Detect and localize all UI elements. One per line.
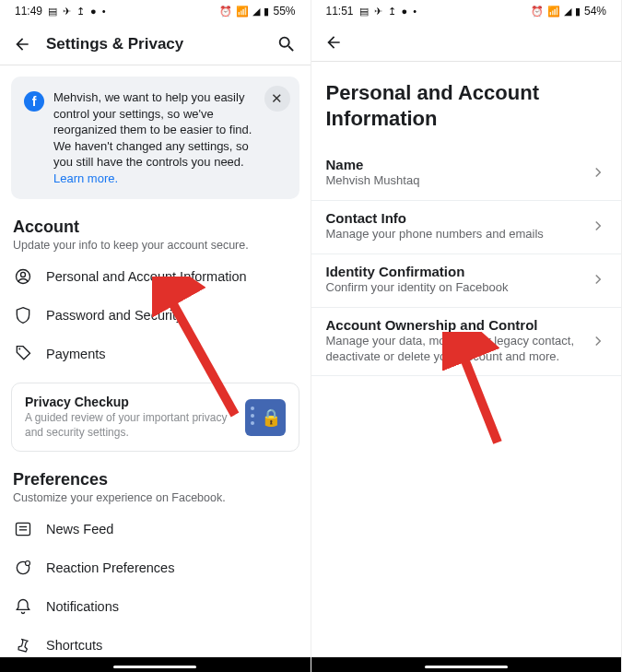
card-title: Privacy Checkup [25, 395, 234, 409]
list-item-contact-info[interactable]: Contact Info Manage your phone numbers a… [311, 201, 622, 254]
list-title: Contact Info [326, 210, 591, 226]
chevron-right-icon [590, 218, 606, 234]
learn-more-link[interactable]: Learn more. [53, 171, 118, 185]
back-arrow-icon [13, 35, 31, 53]
phone-left: 11:49 ▤ ✈ ↥ ● • ⏰ 📶 ◢ ▮ 55% Settings & P… [0, 0, 311, 672]
account-title: Account [13, 218, 298, 237]
svg-point-7 [26, 561, 30, 566]
search-button[interactable] [276, 33, 298, 55]
svg-point-1 [21, 273, 26, 277]
chevron-right-icon [590, 271, 606, 288]
reaction-icon [13, 558, 33, 578]
banner-text: Mehvish, we want to help you easily cont… [53, 89, 287, 186]
card-sub: A guided review of your important privac… [25, 411, 234, 440]
pin-icon [13, 635, 33, 655]
row-label: Personal and Account Information [46, 269, 247, 284]
close-icon: ✕ [271, 90, 283, 107]
status-time: 11:51 [326, 5, 354, 18]
list-sub: Confirm your identity on Facebook [326, 280, 591, 296]
back-arrow-icon [324, 33, 343, 52]
facebook-logo-icon: f [24, 91, 44, 112]
nav-bar [0, 657, 311, 672]
wifi-icon: 📶 [547, 6, 560, 17]
page-header-title: Settings & Privacy [46, 35, 261, 53]
row-label: Password and Security [46, 308, 182, 323]
tag-icon [13, 344, 33, 364]
list-item-name[interactable]: Name Mehvish Mushtaq [311, 147, 622, 201]
wifi-icon: 📶 [236, 6, 249, 17]
chevron-right-icon [590, 164, 606, 181]
phone-right: 11:51 ▤ ✈ ↥ ● • ⏰ 📶 ◢ ▮ 54% Personal and… [311, 0, 623, 672]
status-bar: 11:49 ▤ ✈ ↥ ● • ⏰ 📶 ◢ ▮ 55% [0, 0, 311, 22]
chevron-right-icon [590, 333, 606, 349]
row-news-feed[interactable]: News Feed [0, 510, 311, 548]
upload-icon: ↥ [388, 6, 396, 17]
row-label: News Feed [46, 522, 113, 536]
row-label: Reaction Preferences [46, 560, 174, 575]
status-bar: 11:51 ▤ ✈ ↥ ● • ⏰ 📶 ◢ ▮ 54% [311, 0, 622, 22]
dot-icon: • [102, 6, 106, 17]
app-bar: Settings & Privacy [0, 22, 311, 65]
app-bar [311, 22, 622, 62]
close-banner-button[interactable]: ✕ [264, 86, 290, 112]
message-icon: ▤ [48, 6, 57, 17]
list-title: Name [326, 157, 591, 172]
svg-point-2 [18, 348, 20, 350]
svg-rect-3 [17, 524, 30, 536]
lock-icon: 🔒 [261, 407, 281, 428]
row-personal-account-info[interactable]: Personal and Account Information [0, 257, 311, 296]
row-payments[interactable]: Payments [0, 335, 311, 373]
account-section-header: Account Update your info to keep your ac… [0, 199, 311, 257]
row-reaction-preferences[interactable]: Reaction Preferences [0, 548, 311, 587]
list-sub: Mehvish Mushtaq [326, 173, 591, 189]
dot-icon: • [413, 6, 417, 17]
list-title: Account Ownership and Control [326, 317, 591, 333]
alarm-icon: ⏰ [219, 6, 232, 17]
preferences-section-header: Preferences Customize your experience on… [0, 452, 311, 510]
shield-icon [13, 305, 33, 325]
preferences-subtitle: Customize your experience on Facebook. [13, 491, 298, 504]
preferences-title: Preferences [13, 470, 298, 489]
bell-icon [13, 596, 33, 617]
row-label: Shortcuts [46, 638, 102, 653]
telegram-icon: ✈ [63, 6, 71, 17]
page-title: Personal and Account Information [311, 62, 622, 147]
back-button[interactable] [324, 33, 343, 52]
privacy-checkup-card[interactable]: Privacy Checkup A guided review of your … [11, 383, 299, 452]
person-circle-icon [13, 266, 33, 287]
info-banner: f Mehvish, we want to help you easily co… [11, 77, 299, 199]
alarm-icon: ⏰ [531, 6, 544, 17]
telegram-icon: ✈ [374, 6, 382, 17]
battery-icon: ▮ [575, 6, 581, 17]
signal-icon: ◢ [564, 6, 571, 17]
battery-percent: 54% [584, 5, 606, 18]
battery-percent: 55% [273, 5, 295, 18]
back-button[interactable] [13, 35, 31, 53]
privacy-card-icon: 🔒 [245, 399, 286, 436]
battery-icon: ▮ [264, 6, 269, 17]
list-sub: Manage your phone numbers and emails [326, 227, 591, 242]
feed-icon [13, 519, 33, 539]
row-label: Notifications [46, 599, 119, 614]
nav-bar [311, 657, 622, 672]
row-notifications[interactable]: Notifications [0, 587, 311, 626]
status-time: 11:49 [15, 5, 42, 18]
upload-icon: ↥ [76, 6, 85, 17]
list-item-identity-confirmation[interactable]: Identity Confirmation Confirm your ident… [311, 254, 622, 308]
list-sub: Manage your data, modify your legacy con… [326, 334, 591, 365]
list-item-account-ownership[interactable]: Account Ownership and Control Manage you… [311, 308, 622, 377]
nav-handle[interactable] [425, 666, 508, 668]
row-label: Payments [46, 347, 105, 361]
nav-handle[interactable] [113, 666, 196, 668]
account-subtitle: Update your info to keep your account se… [13, 239, 298, 252]
search-icon [276, 34, 297, 54]
facebook-status-icon: ● [90, 6, 97, 17]
facebook-status-icon: ● [402, 6, 408, 17]
row-password-security[interactable]: Password and Security [0, 296, 311, 335]
signal-icon: ◢ [252, 6, 260, 17]
list-title: Identity Confirmation [326, 264, 591, 279]
message-icon: ▤ [359, 6, 369, 17]
